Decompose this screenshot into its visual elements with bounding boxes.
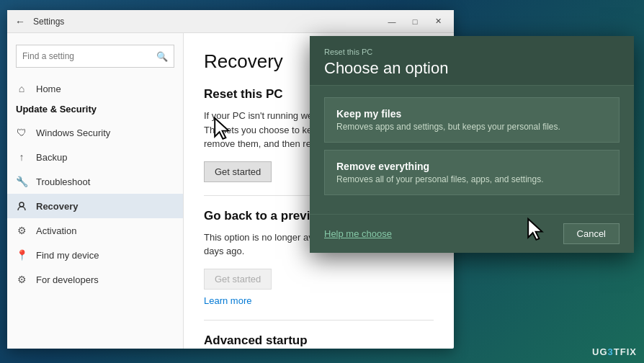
search-box[interactable]: 🔍	[16, 45, 174, 68]
cancel-button[interactable]: Cancel	[563, 223, 620, 244]
sidebar-item-troubleshoot[interactable]: 🔧 Troubleshoot	[7, 169, 183, 194]
dialog-header: Reset this PC Choose an option	[310, 36, 634, 86]
remove-everything-option[interactable]: Remove everything Removes all of your pe…	[324, 150, 620, 195]
watermark-text: UG	[592, 346, 608, 357]
title-bar: ← Settings — □ ✕	[7, 10, 454, 33]
dialog-body: Keep my files Removes apps and settings,…	[310, 86, 634, 214]
dialog-header-sub: Reset this PC	[324, 48, 620, 56]
minimize-button[interactable]: —	[382, 14, 402, 29]
backup-icon: ↑	[16, 151, 27, 163]
advanced-startup-title: Advanced startup	[204, 333, 434, 348]
learn-more-link[interactable]: Learn more	[204, 295, 251, 306]
watermark: UG3TFIX	[592, 346, 637, 357]
sidebar-item-windows-security[interactable]: 🛡 Windows Security	[7, 120, 183, 145]
recovery-icon	[16, 200, 27, 212]
dialog-footer: Help me choose Cancel	[310, 214, 634, 253]
sidebar: 🔍 ⌂ Home Update & Security 🛡 Windows Sec…	[7, 33, 184, 349]
troubleshoot-icon: 🔧	[16, 176, 27, 187]
dialog-title: Choose an option	[324, 59, 620, 78]
developers-icon: ⚙	[16, 274, 27, 285]
sidebar-section-title: Update & Security	[7, 101, 183, 120]
sidebar-item-developers[interactable]: ⚙ For developers	[7, 267, 183, 292]
keep-files-title: Keep my files	[336, 108, 607, 120]
find-device-icon: 📍	[16, 249, 27, 261]
back-button[interactable]: ←	[13, 14, 27, 29]
remove-everything-title: Remove everything	[336, 161, 607, 172]
keep-files-option[interactable]: Keep my files Removes apps and settings,…	[324, 97, 620, 143]
section-divider-2	[204, 320, 434, 321]
reset-dialog: Reset this PC Choose an option Keep my f…	[310, 36, 634, 253]
go-back-get-started-button[interactable]: Get started	[204, 269, 272, 290]
title-bar-controls: — □ ✕	[382, 14, 448, 29]
title-bar-text: Settings	[33, 17, 382, 27]
sidebar-item-find-device[interactable]: 📍 Find my device	[7, 243, 183, 267]
sidebar-item-home[interactable]: ⌂ Home	[7, 76, 183, 101]
remove-everything-desc: Removes all of your personal files, apps…	[336, 174, 607, 184]
activation-icon: ⚙	[16, 225, 27, 236]
shield-icon: 🛡	[16, 127, 27, 138]
search-icon: 🔍	[156, 51, 168, 62]
reset-get-started-button[interactable]: Get started	[204, 161, 272, 182]
help-me-choose-link[interactable]: Help me choose	[324, 228, 392, 239]
close-button[interactable]: ✕	[428, 14, 448, 29]
sidebar-item-recovery[interactable]: Recovery	[7, 194, 183, 218]
sidebar-item-backup[interactable]: ↑ Backup	[7, 145, 183, 169]
keep-files-desc: Removes apps and settings, but keeps you…	[336, 122, 607, 132]
home-icon: ⌂	[16, 83, 27, 94]
maximize-button[interactable]: □	[405, 14, 425, 29]
sidebar-item-activation[interactable]: ⚙ Activation	[7, 218, 183, 243]
svg-point-0	[19, 202, 24, 207]
search-input[interactable]	[22, 51, 156, 61]
